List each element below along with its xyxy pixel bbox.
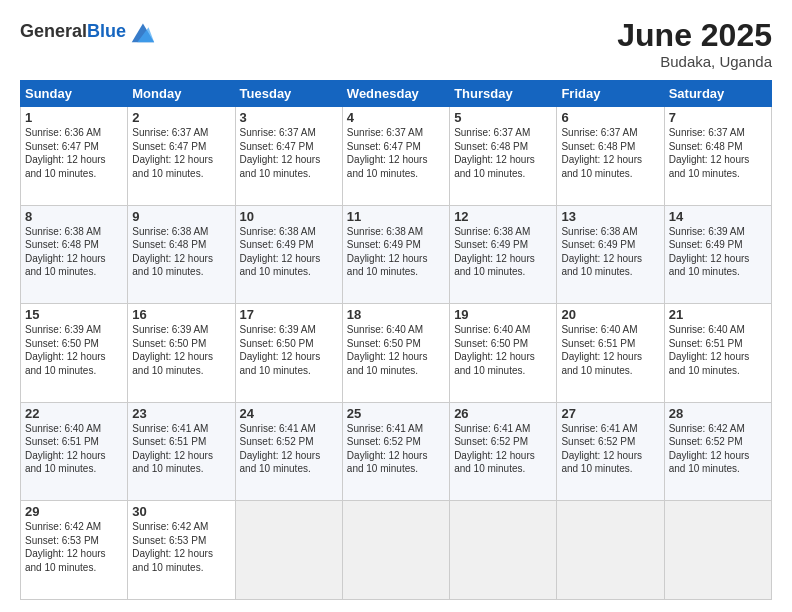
day-number: 29 <box>25 504 123 519</box>
day-number: 28 <box>669 406 767 421</box>
day-info: Sunrise: 6:41 AM Sunset: 6:51 PM Dayligh… <box>132 422 230 476</box>
table-row: 28 Sunrise: 6:42 AM Sunset: 6:52 PM Dayl… <box>664 402 771 501</box>
day-number: 4 <box>347 110 445 125</box>
table-row <box>450 501 557 600</box>
title-block: June 2025 Budaka, Uganda <box>617 18 772 70</box>
day-number: 12 <box>454 209 552 224</box>
table-row: 25 Sunrise: 6:41 AM Sunset: 6:52 PM Dayl… <box>342 402 449 501</box>
day-number: 19 <box>454 307 552 322</box>
location: Budaka, Uganda <box>617 53 772 70</box>
table-row: 6 Sunrise: 6:37 AM Sunset: 6:48 PM Dayli… <box>557 107 664 206</box>
day-number: 18 <box>347 307 445 322</box>
day-number: 14 <box>669 209 767 224</box>
table-row: 2 Sunrise: 6:37 AM Sunset: 6:47 PM Dayli… <box>128 107 235 206</box>
day-number: 13 <box>561 209 659 224</box>
day-info: Sunrise: 6:40 AM Sunset: 6:50 PM Dayligh… <box>454 323 552 377</box>
table-row <box>235 501 342 600</box>
day-info: Sunrise: 6:39 AM Sunset: 6:49 PM Dayligh… <box>669 225 767 279</box>
day-info: Sunrise: 6:37 AM Sunset: 6:47 PM Dayligh… <box>240 126 338 180</box>
day-info: Sunrise: 6:37 AM Sunset: 6:48 PM Dayligh… <box>561 126 659 180</box>
table-row: 3 Sunrise: 6:37 AM Sunset: 6:47 PM Dayli… <box>235 107 342 206</box>
table-row: 24 Sunrise: 6:41 AM Sunset: 6:52 PM Dayl… <box>235 402 342 501</box>
table-row: 23 Sunrise: 6:41 AM Sunset: 6:51 PM Dayl… <box>128 402 235 501</box>
logo: GeneralBlue <box>20 18 156 46</box>
calendar-week-row: 15 Sunrise: 6:39 AM Sunset: 6:50 PM Dayl… <box>21 304 772 403</box>
day-number: 22 <box>25 406 123 421</box>
calendar-week-row: 1 Sunrise: 6:36 AM Sunset: 6:47 PM Dayli… <box>21 107 772 206</box>
day-number: 20 <box>561 307 659 322</box>
day-number: 16 <box>132 307 230 322</box>
col-saturday: Saturday <box>664 81 771 107</box>
day-number: 21 <box>669 307 767 322</box>
calendar-header-row: Sunday Monday Tuesday Wednesday Thursday… <box>21 81 772 107</box>
col-wednesday: Wednesday <box>342 81 449 107</box>
day-number: 11 <box>347 209 445 224</box>
col-thursday: Thursday <box>450 81 557 107</box>
day-number: 17 <box>240 307 338 322</box>
day-info: Sunrise: 6:39 AM Sunset: 6:50 PM Dayligh… <box>132 323 230 377</box>
day-number: 25 <box>347 406 445 421</box>
day-number: 6 <box>561 110 659 125</box>
table-row: 7 Sunrise: 6:37 AM Sunset: 6:48 PM Dayli… <box>664 107 771 206</box>
day-number: 24 <box>240 406 338 421</box>
day-number: 23 <box>132 406 230 421</box>
day-info: Sunrise: 6:41 AM Sunset: 6:52 PM Dayligh… <box>240 422 338 476</box>
day-number: 7 <box>669 110 767 125</box>
day-info: Sunrise: 6:40 AM Sunset: 6:51 PM Dayligh… <box>25 422 123 476</box>
table-row <box>557 501 664 600</box>
table-row: 17 Sunrise: 6:39 AM Sunset: 6:50 PM Dayl… <box>235 304 342 403</box>
day-number: 27 <box>561 406 659 421</box>
table-row: 22 Sunrise: 6:40 AM Sunset: 6:51 PM Dayl… <box>21 402 128 501</box>
day-info: Sunrise: 6:40 AM Sunset: 6:51 PM Dayligh… <box>669 323 767 377</box>
logo-general: GeneralBlue <box>20 22 126 42</box>
calendar-week-row: 22 Sunrise: 6:40 AM Sunset: 6:51 PM Dayl… <box>21 402 772 501</box>
day-info: Sunrise: 6:38 AM Sunset: 6:49 PM Dayligh… <box>454 225 552 279</box>
table-row: 20 Sunrise: 6:40 AM Sunset: 6:51 PM Dayl… <box>557 304 664 403</box>
table-row: 15 Sunrise: 6:39 AM Sunset: 6:50 PM Dayl… <box>21 304 128 403</box>
day-number: 10 <box>240 209 338 224</box>
calendar-week-row: 29 Sunrise: 6:42 AM Sunset: 6:53 PM Dayl… <box>21 501 772 600</box>
col-tuesday: Tuesday <box>235 81 342 107</box>
table-row: 4 Sunrise: 6:37 AM Sunset: 6:47 PM Dayli… <box>342 107 449 206</box>
day-number: 26 <box>454 406 552 421</box>
table-row: 8 Sunrise: 6:38 AM Sunset: 6:48 PM Dayli… <box>21 205 128 304</box>
table-row: 5 Sunrise: 6:37 AM Sunset: 6:48 PM Dayli… <box>450 107 557 206</box>
day-info: Sunrise: 6:42 AM Sunset: 6:53 PM Dayligh… <box>25 520 123 574</box>
header: GeneralBlue June 2025 Budaka, Uganda <box>20 18 772 70</box>
table-row: 12 Sunrise: 6:38 AM Sunset: 6:49 PM Dayl… <box>450 205 557 304</box>
table-row: 29 Sunrise: 6:42 AM Sunset: 6:53 PM Dayl… <box>21 501 128 600</box>
table-row: 9 Sunrise: 6:38 AM Sunset: 6:48 PM Dayli… <box>128 205 235 304</box>
day-info: Sunrise: 6:42 AM Sunset: 6:53 PM Dayligh… <box>132 520 230 574</box>
day-number: 5 <box>454 110 552 125</box>
table-row <box>664 501 771 600</box>
day-info: Sunrise: 6:38 AM Sunset: 6:49 PM Dayligh… <box>561 225 659 279</box>
day-info: Sunrise: 6:38 AM Sunset: 6:48 PM Dayligh… <box>132 225 230 279</box>
col-sunday: Sunday <box>21 81 128 107</box>
day-info: Sunrise: 6:38 AM Sunset: 6:49 PM Dayligh… <box>240 225 338 279</box>
day-info: Sunrise: 6:39 AM Sunset: 6:50 PM Dayligh… <box>25 323 123 377</box>
col-friday: Friday <box>557 81 664 107</box>
day-info: Sunrise: 6:36 AM Sunset: 6:47 PM Dayligh… <box>25 126 123 180</box>
day-info: Sunrise: 6:41 AM Sunset: 6:52 PM Dayligh… <box>561 422 659 476</box>
day-number: 8 <box>25 209 123 224</box>
day-number: 15 <box>25 307 123 322</box>
table-row: 18 Sunrise: 6:40 AM Sunset: 6:50 PM Dayl… <box>342 304 449 403</box>
day-number: 30 <box>132 504 230 519</box>
table-row: 27 Sunrise: 6:41 AM Sunset: 6:52 PM Dayl… <box>557 402 664 501</box>
day-number: 9 <box>132 209 230 224</box>
calendar-week-row: 8 Sunrise: 6:38 AM Sunset: 6:48 PM Dayli… <box>21 205 772 304</box>
day-info: Sunrise: 6:40 AM Sunset: 6:51 PM Dayligh… <box>561 323 659 377</box>
table-row: 1 Sunrise: 6:36 AM Sunset: 6:47 PM Dayli… <box>21 107 128 206</box>
table-row <box>342 501 449 600</box>
table-row: 30 Sunrise: 6:42 AM Sunset: 6:53 PM Dayl… <box>128 501 235 600</box>
day-info: Sunrise: 6:37 AM Sunset: 6:47 PM Dayligh… <box>347 126 445 180</box>
day-number: 3 <box>240 110 338 125</box>
day-info: Sunrise: 6:37 AM Sunset: 6:48 PM Dayligh… <box>669 126 767 180</box>
day-number: 1 <box>25 110 123 125</box>
day-number: 2 <box>132 110 230 125</box>
day-info: Sunrise: 6:38 AM Sunset: 6:48 PM Dayligh… <box>25 225 123 279</box>
col-monday: Monday <box>128 81 235 107</box>
day-info: Sunrise: 6:41 AM Sunset: 6:52 PM Dayligh… <box>454 422 552 476</box>
day-info: Sunrise: 6:37 AM Sunset: 6:47 PM Dayligh… <box>132 126 230 180</box>
calendar-table: Sunday Monday Tuesday Wednesday Thursday… <box>20 80 772 600</box>
